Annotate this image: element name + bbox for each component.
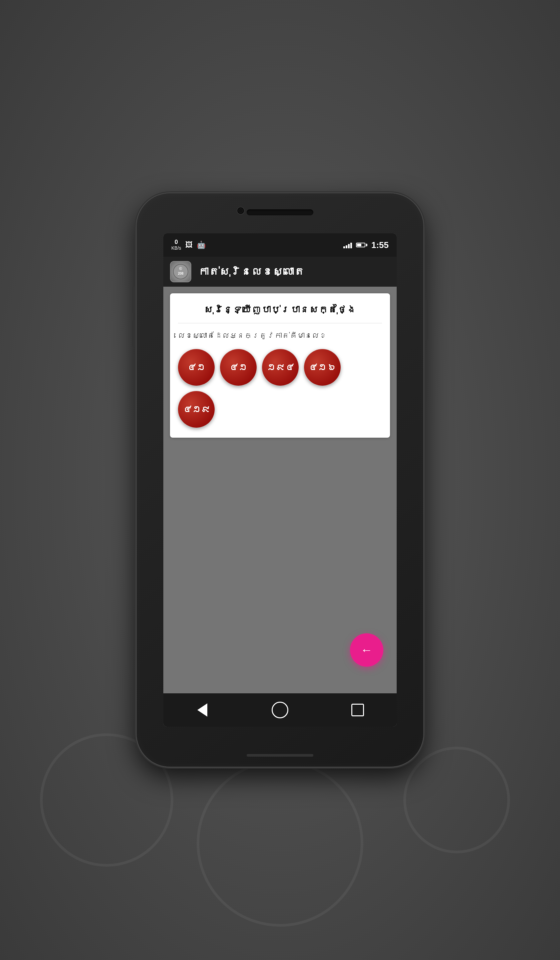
phone-screen: 0 KB/s 🖼 🤖: [163, 233, 397, 727]
image-status-icon: 🖼: [185, 241, 193, 249]
card-subtitle: លេខស្លោតដែលអ្នកត្រូវកាត់គីមានលេខ: [178, 330, 382, 341]
status-bar: 0 KB/s 🖼 🤖: [163, 233, 397, 257]
power-button[interactable]: [425, 300, 428, 340]
network-speed-indicator: 0 KB/s: [171, 239, 181, 251]
volume-down-button[interactable]: [132, 320, 135, 347]
app-header: © 208 កាត់សុរិនលេខស្លោត: [163, 257, 397, 286]
front-camera: [237, 206, 245, 215]
content-area: សុរិន្ទ្យើញបាប់ប្រានសក្តុថ្ងៃ លេខស្លោតដែ…: [163, 286, 397, 693]
app-icon-inner: © 208: [171, 262, 190, 282]
number-buttons-row: ៤១ ៤១ ១៩៤ ៤១៦ ៤១៩: [178, 349, 382, 428]
phone-speaker: [247, 210, 313, 215]
status-left-group: 0 KB/s 🖼 🤖: [171, 239, 206, 251]
fab-back-button[interactable]: ←: [350, 633, 383, 667]
nav-recents-button[interactable]: [348, 700, 368, 720]
nav-back-icon: [197, 703, 207, 717]
volume-up-button[interactable]: [132, 286, 135, 313]
number-button-3[interactable]: ១៩៤: [262, 349, 299, 386]
number-button-2[interactable]: ៤១: [220, 349, 257, 386]
signal-icon: [343, 242, 352, 248]
app-title: កាត់សុរិនលេខស្លោត: [198, 266, 305, 278]
nav-recents-icon: [351, 704, 364, 716]
android-status-icon: 🤖: [197, 241, 206, 249]
nav-back-button[interactable]: [192, 700, 212, 720]
battery-icon: [356, 243, 367, 247]
svg-text:208: 208: [178, 272, 184, 275]
decoration-yin-yang-center: [197, 760, 363, 926]
number-button-5[interactable]: ៤១៩: [178, 391, 215, 428]
phone-bottom-bar: [247, 754, 313, 757]
time-display: 1:55: [371, 240, 389, 250]
nav-home-button[interactable]: [270, 700, 290, 720]
info-card: សុរិន្ទ្យើញបាប់ប្រានសក្តុថ្ងៃ លេខស្លោតដែ…: [170, 293, 390, 438]
number-button-4[interactable]: ៤១៦: [304, 349, 341, 386]
number-button-1[interactable]: ៤១: [178, 349, 215, 386]
nav-home-icon: [272, 702, 288, 718]
app-icon: © 208: [170, 261, 191, 282]
phone-device: 0 KB/s 🖼 🤖: [137, 194, 423, 766]
svg-text:©: ©: [179, 266, 182, 271]
nav-bar: [163, 693, 397, 727]
card-title: សុរិន្ទ្យើញបាប់ប្រានសក្តុថ្ងៃ: [178, 303, 382, 316]
card-divider: [178, 323, 382, 323]
status-right-group: 1:55: [343, 240, 389, 250]
decoration-yin-yang-right: [403, 747, 510, 853]
